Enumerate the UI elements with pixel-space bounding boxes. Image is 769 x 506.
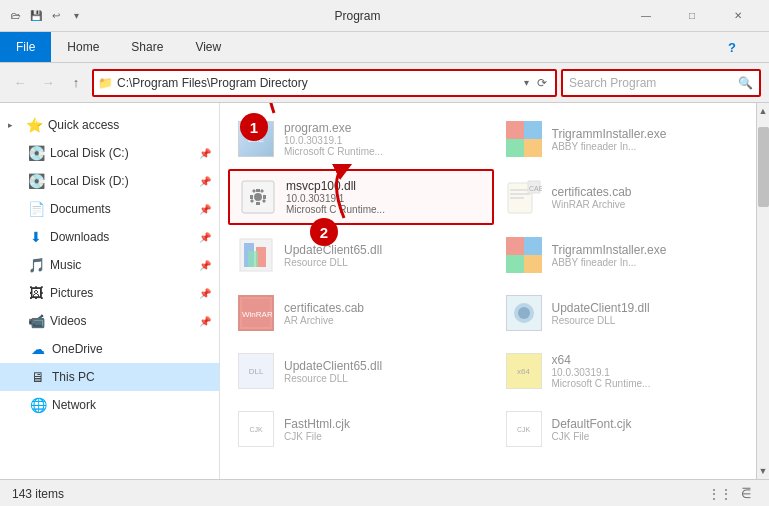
sidebar-item-pictures[interactable]: 🖼 Pictures 📌 xyxy=(0,279,219,307)
file-thumb-fasthtml: CJK xyxy=(236,409,276,449)
scroll-down-button[interactable]: ▼ xyxy=(757,463,769,479)
sidebar-item-label: Documents xyxy=(50,202,193,216)
sidebar-item-label: Downloads xyxy=(50,230,193,244)
tab-share[interactable]: Share xyxy=(115,32,179,62)
item-count: 143 items xyxy=(12,487,64,501)
tab-file[interactable]: File xyxy=(0,32,51,62)
sidebar-item-local-disk-c[interactable]: 💽 Local Disk (C:) 📌 xyxy=(0,139,219,167)
help-button[interactable]: ? xyxy=(719,32,745,62)
address-dropdown-button[interactable]: ▾ xyxy=(520,77,533,88)
address-bar: ← → ↑ 📁 C:\Program Files\Program Directo… xyxy=(0,63,769,103)
folder-address-icon: 📁 xyxy=(98,76,113,90)
back-button[interactable]: ← xyxy=(8,71,32,95)
local-disk-c-icon: 💽 xyxy=(28,145,44,161)
sidebar-item-label: OneDrive xyxy=(52,342,211,356)
sidebar-item-label: Network xyxy=(52,398,211,412)
file-item-updateclient65-2[interactable]: DLL UpdateClient65.dll Resource DLL xyxy=(228,343,494,399)
sidebar-item-label: Local Disk (D:) xyxy=(50,174,193,188)
forward-button[interactable]: → xyxy=(36,71,60,95)
scrollbar[interactable]: ▲ ▼ xyxy=(756,103,769,479)
music-icon: 🎵 xyxy=(28,257,44,273)
address-refresh-button[interactable]: ⟳ xyxy=(533,76,551,90)
svg-point-5 xyxy=(254,193,262,201)
svg-rect-18 xyxy=(506,255,524,273)
pin-icon: 📌 xyxy=(199,204,211,215)
file-detail1: Resource DLL xyxy=(284,257,486,268)
up-button[interactable]: ↑ xyxy=(64,71,88,95)
file-name: x64 xyxy=(552,353,754,367)
file-item-program-exe[interactable]: EXE program.exe 10.0.30319.1 Microsoft C… xyxy=(228,111,494,167)
pictures-icon: 🖼 xyxy=(28,285,44,301)
details-view-button[interactable]: ⋮⋮ xyxy=(709,483,731,505)
ribbon: File Home Share View ? xyxy=(0,32,769,63)
sidebar-item-label: Videos xyxy=(50,314,193,328)
file-info-trigramminstaller-2: TrigrammInstaller.exe ABBY fineader In..… xyxy=(552,243,754,268)
svg-text:WinRAR: WinRAR xyxy=(242,310,273,319)
sidebar-item-local-disk-d[interactable]: 💽 Local Disk (D:) 📌 xyxy=(0,167,219,195)
search-placeholder: Search Program xyxy=(569,76,738,90)
file-thumb-program-exe: EXE xyxy=(236,119,276,159)
sidebar-item-label: Pictures xyxy=(50,286,193,300)
file-detail2: Microsoft C Runtime... xyxy=(552,378,754,389)
file-info-defaultfont: DefaultFont.cjk CJK File xyxy=(552,417,754,442)
file-info-trigramminstaller-1: TrigrammInstaller.exe ABBY fineader In..… xyxy=(552,127,754,152)
sidebar-item-downloads[interactable]: ⬇ Downloads 📌 xyxy=(0,223,219,251)
save-icon[interactable]: 💾 xyxy=(28,8,44,24)
file-item-defaultfont[interactable]: CJK DefaultFont.cjk CJK File xyxy=(496,401,762,457)
pin-icon: 📌 xyxy=(199,260,211,271)
file-item-updateclient65-1[interactable]: UpdateClient65.dll Resource DLL xyxy=(228,227,494,283)
pin-icon: 📌 xyxy=(199,288,211,299)
svg-rect-0 xyxy=(506,121,524,139)
scroll-track[interactable] xyxy=(757,119,769,463)
title-bar: 🗁 💾 ↩ ▾ Program — □ ✕ xyxy=(0,0,769,32)
tab-view[interactable]: View xyxy=(179,32,237,62)
file-item-trigramminstaller-2[interactable]: TrigrammInstaller.exe ABBY fineader In..… xyxy=(496,227,762,283)
content-area: EXE program.exe 10.0.30319.1 Microsoft C… xyxy=(220,103,769,479)
sidebar-item-videos[interactable]: 📹 Videos 📌 xyxy=(0,307,219,335)
sidebar-item-label: This PC xyxy=(52,370,211,384)
file-item-fasthtml[interactable]: CJK FastHtml.cjk CJK File xyxy=(228,401,494,457)
sidebar-item-label: Quick access xyxy=(48,118,211,132)
file-item-trigramminstaller-1[interactable]: TrigrammInstaller.exe ABBY fineader In..… xyxy=(496,111,762,167)
file-info-program-exe: program.exe 10.0.30319.1 Microsoft C Run… xyxy=(284,121,486,157)
file-detail2: Microsoft C Runtime... xyxy=(286,204,484,215)
file-thumb-trigramminstaller-2 xyxy=(504,235,544,275)
sidebar-item-onedrive[interactable]: ☁ OneDrive xyxy=(0,335,219,363)
title-dropdown-icon[interactable]: ▾ xyxy=(68,8,84,24)
scroll-thumb[interactable] xyxy=(758,127,769,207)
sidebar-item-network[interactable]: 🌐 Network xyxy=(0,391,219,419)
address-input-wrapper[interactable]: 📁 C:\Program Files\Program Directory ▾ ⟳ xyxy=(92,69,557,97)
sidebar-item-this-pc[interactable]: 🖥 This PC xyxy=(0,363,219,391)
file-info-certificates: certificates.cab WinRAR Archive xyxy=(552,185,754,210)
undo-icon[interactable]: ↩ xyxy=(48,8,64,24)
search-icon[interactable]: 🔍 xyxy=(738,76,753,90)
minimize-button[interactable]: — xyxy=(623,0,669,32)
file-thumb-certificates: CAB xyxy=(504,177,544,217)
pin-icon: 📌 xyxy=(199,316,211,327)
close-button[interactable]: ✕ xyxy=(715,0,761,32)
file-item-updateclient19[interactable]: UpdateClient19.dll Resource DLL xyxy=(496,285,762,341)
file-name: program.exe xyxy=(284,121,486,135)
maximize-button[interactable]: □ xyxy=(669,0,715,32)
file-name: UpdateClient65.dll xyxy=(284,243,486,257)
this-pc-icon: 🖥 xyxy=(30,369,46,385)
sidebar: ▸ ⭐ Quick access 💽 Local Disk (C:) 📌 💽 L… xyxy=(0,103,220,479)
file-item-certificates-cab[interactable]: CAB certificates.cab WinRAR Archive xyxy=(496,169,762,225)
sidebar-item-music[interactable]: 🎵 Music 📌 xyxy=(0,251,219,279)
large-icons-view-button[interactable]: ⋶ xyxy=(735,483,757,505)
svg-rect-1 xyxy=(524,121,542,139)
file-name: FastHtml.cjk xyxy=(284,417,486,431)
file-detail1: 10.0.30319.1 xyxy=(552,367,754,378)
tab-home[interactable]: Home xyxy=(51,32,115,62)
file-item-x64[interactable]: x64 x64 10.0.30319.1 Microsoft C Runtime… xyxy=(496,343,762,399)
file-item-certificates-2[interactable]: WinRAR certificates.cab AR Archive xyxy=(228,285,494,341)
address-path: C:\Program Files\Program Directory xyxy=(117,76,520,90)
sidebar-item-documents[interactable]: 📄 Documents 📌 xyxy=(0,195,219,223)
file-list: EXE program.exe 10.0.30319.1 Microsoft C… xyxy=(220,103,769,479)
scroll-up-button[interactable]: ▲ xyxy=(757,103,769,119)
file-item-msvcp100-dll[interactable]: msvcp100.dll 10.0.30319.1 Microsoft C Ru… xyxy=(228,169,494,225)
expand-arrow: ▸ xyxy=(8,120,20,130)
search-wrapper[interactable]: Search Program 🔍 xyxy=(561,69,761,97)
sidebar-item-quick-access[interactable]: ▸ ⭐ Quick access xyxy=(0,111,219,139)
file-name: certificates.cab xyxy=(284,301,486,315)
